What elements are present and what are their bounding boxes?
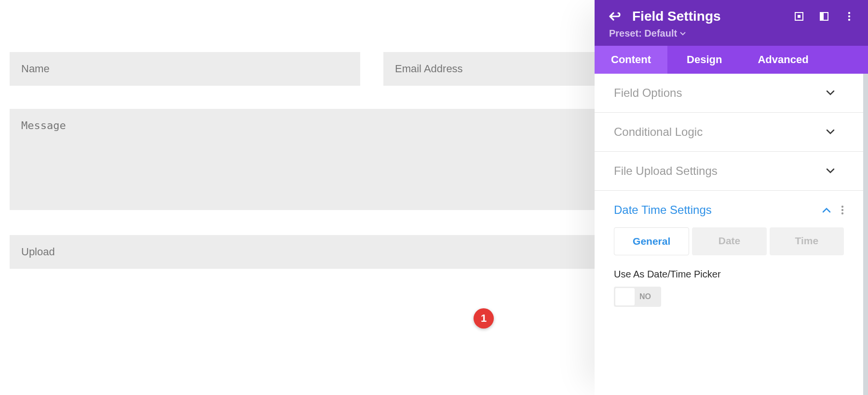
accordion-file-upload-settings[interactable]: File Upload Settings <box>595 152 863 191</box>
annotation-badge-1: 1 <box>474 308 494 329</box>
svg-rect-1 <box>798 15 800 18</box>
dock-icon[interactable] <box>819 11 829 22</box>
toggle-knob <box>615 288 635 305</box>
accordion-label: Conditional Logic <box>614 125 703 139</box>
chevron-down-icon <box>826 88 835 98</box>
panel-header-top: Field Settings <box>608 9 854 24</box>
segment-date[interactable]: Date <box>692 227 766 255</box>
svg-point-6 <box>848 19 850 21</box>
datetime-body: General Date Time Use As Date/Time Picke… <box>595 227 863 321</box>
svg-point-8 <box>841 209 843 211</box>
accordion-field-options[interactable]: Field Options <box>595 74 863 113</box>
accordion-label: Field Options <box>614 86 682 100</box>
chevron-down-icon <box>826 166 835 176</box>
tab-design[interactable]: Design <box>667 46 741 74</box>
panel-header: Field Settings Preset: Default <box>595 0 868 46</box>
svg-point-7 <box>841 206 843 208</box>
kebab-icon[interactable] <box>844 11 854 22</box>
kebab-icon[interactable] <box>841 205 844 215</box>
panel-sections: Field Options Conditional Logic File Upl… <box>595 74 868 395</box>
svg-point-9 <box>841 212 843 214</box>
chevron-up-icon[interactable] <box>822 205 831 215</box>
panel-tabs: Content Design Advanced <box>595 46 868 74</box>
svg-rect-3 <box>820 13 824 20</box>
svg-point-4 <box>848 12 850 14</box>
panel-header-icons <box>794 11 854 22</box>
use-as-datetime-label: Use As Date/Time Picker <box>614 269 844 280</box>
caret-down-icon <box>680 32 686 36</box>
toggle-value: NO <box>639 292 651 301</box>
datetime-header-row[interactable]: Date Time Settings <box>595 191 863 227</box>
panel-title: Field Settings <box>632 9 794 24</box>
use-as-datetime-toggle[interactable]: NO <box>614 287 661 307</box>
datetime-segmented: General Date Time <box>614 227 844 255</box>
segment-time[interactable]: Time <box>770 227 844 255</box>
expand-icon[interactable] <box>794 11 804 22</box>
back-arrow-icon[interactable] <box>608 10 622 23</box>
accordion-label: File Upload Settings <box>614 164 718 178</box>
preset-label: Preset: Default <box>609 28 677 39</box>
segment-general[interactable]: General <box>614 227 689 255</box>
accordion-label: Date Time Settings <box>614 203 712 217</box>
accordion-date-time-settings: Date Time Settings General Date Time Use <box>595 191 863 321</box>
tab-content[interactable]: Content <box>595 46 667 74</box>
tab-advanced[interactable]: Advanced <box>741 46 825 74</box>
datetime-header-icons <box>822 205 844 215</box>
chevron-down-icon <box>826 127 835 137</box>
accordion-conditional-logic[interactable]: Conditional Logic <box>595 113 863 152</box>
settings-panel: Field Settings Preset: Default Content D <box>595 0 868 395</box>
preset-selector[interactable]: Preset: Default <box>609 28 854 39</box>
svg-point-5 <box>848 15 850 17</box>
name-input[interactable] <box>10 52 360 86</box>
